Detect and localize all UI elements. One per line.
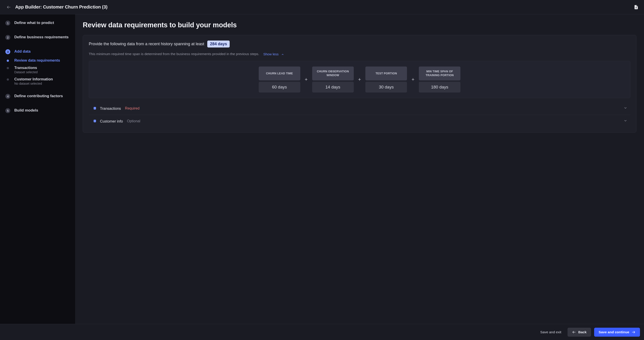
substep-dot-icon xyxy=(7,60,9,62)
step-number: 5 xyxy=(5,108,10,113)
save-and-exit-link[interactable]: Save and exit xyxy=(537,330,564,334)
sidebar-substep-review-reqs[interactable]: Review data requirements xyxy=(5,58,71,63)
dataset-row-customer-info[interactable]: Customer info Optional xyxy=(89,115,630,127)
term-value: 180 days xyxy=(419,82,460,92)
substep-title: Customer Information xyxy=(14,77,71,81)
dataset-name: Customer info xyxy=(100,119,123,123)
page-title: App Builder: Customer Churn Prediction (… xyxy=(15,5,107,10)
dataset-tag: Required xyxy=(125,106,140,110)
step-number: 2 xyxy=(5,35,10,40)
sidebar-substep-transactions[interactable]: Transactions Dataset selected xyxy=(5,66,71,74)
substep-title: Transactions xyxy=(14,66,71,70)
term-label: MIN TIME SPAN OF TRAINING PORTION xyxy=(419,67,460,80)
dataset-tag: Optional xyxy=(127,119,140,123)
requirements-card: Provide the following data from a recent… xyxy=(83,35,636,133)
time-formula: CHURN LEAD TIME 60 days + CHURN OBSERVAT… xyxy=(89,61,630,98)
sidebar-step-define-predict[interactable]: 1 Define what to predict xyxy=(5,20,71,26)
save-continue-label: Save and continue xyxy=(598,330,629,334)
save-and-continue-button[interactable]: Save and continue xyxy=(594,328,640,337)
dataset-row-transactions[interactable]: Transactions Required xyxy=(89,102,630,115)
step-title: Define what to predict xyxy=(14,20,71,25)
step-number: 4 xyxy=(5,94,10,99)
database-icon xyxy=(93,107,97,110)
sidebar-step-business-reqs[interactable]: 2 Define business requirements xyxy=(5,35,71,40)
step-title: Build models xyxy=(14,108,71,113)
term-label: CHURN LEAD TIME xyxy=(259,67,300,80)
sidebar-step-add-data[interactable]: 3 Add data xyxy=(5,49,71,54)
term-value: 30 days xyxy=(366,82,407,92)
step-title: Define contributing factors xyxy=(14,93,71,98)
back-button-label: Back xyxy=(578,330,586,334)
term-value: 60 days xyxy=(259,82,300,92)
term-value: 14 days xyxy=(312,82,354,92)
plus-icon: + xyxy=(412,77,414,82)
intro-text: Provide the following data from a recent… xyxy=(89,42,204,46)
days-badge: 284 days xyxy=(207,41,230,48)
show-less-toggle[interactable]: Show less xyxy=(263,52,284,56)
back-arrow-icon[interactable] xyxy=(6,5,11,10)
show-less-label: Show less xyxy=(263,52,278,56)
step-title: Add data xyxy=(14,49,71,54)
substep-subtitle: Dataset selected xyxy=(14,70,71,74)
database-icon xyxy=(93,119,97,123)
back-button[interactable]: Back xyxy=(568,328,591,337)
plus-icon: + xyxy=(305,77,308,82)
step-number: 1 xyxy=(5,21,10,26)
chevron-down-icon xyxy=(624,119,627,123)
chevron-down-icon xyxy=(624,106,627,111)
plus-icon: + xyxy=(358,77,361,82)
term-observation-window: CHURN OBSERVATION WINDOW 14 days xyxy=(312,67,354,92)
dataset-name: Transactions xyxy=(100,106,121,111)
file-upload-icon[interactable] xyxy=(634,5,639,10)
main-heading: Review data requirements to build your m… xyxy=(83,21,636,29)
chevron-up-icon xyxy=(281,53,284,55)
step-title: Define business requirements xyxy=(14,35,71,39)
substep-title: Review data requirements xyxy=(14,58,71,63)
term-label: TEST PORTION xyxy=(366,67,407,80)
step-number: 3 xyxy=(5,49,10,54)
sidebar-substep-customer-info[interactable]: Customer Information No dataset selected xyxy=(5,77,71,85)
term-label: CHURN OBSERVATION WINDOW xyxy=(312,67,354,80)
explanation-text: This minimum required time span is deter… xyxy=(89,52,259,56)
sidebar-step-build-models[interactable]: 5 Build models xyxy=(5,108,71,113)
sidebar-step-contributing-factors[interactable]: 4 Define contributing factors xyxy=(5,93,71,99)
term-training-portion: MIN TIME SPAN OF TRAINING PORTION 180 da… xyxy=(419,67,460,92)
substep-subtitle: No dataset selected xyxy=(14,82,71,85)
substep-dot-icon xyxy=(7,67,9,69)
substep-dot-icon xyxy=(7,78,9,81)
term-churn-lead: CHURN LEAD TIME 60 days xyxy=(259,67,300,92)
term-test-portion: TEST PORTION 30 days xyxy=(366,67,407,92)
